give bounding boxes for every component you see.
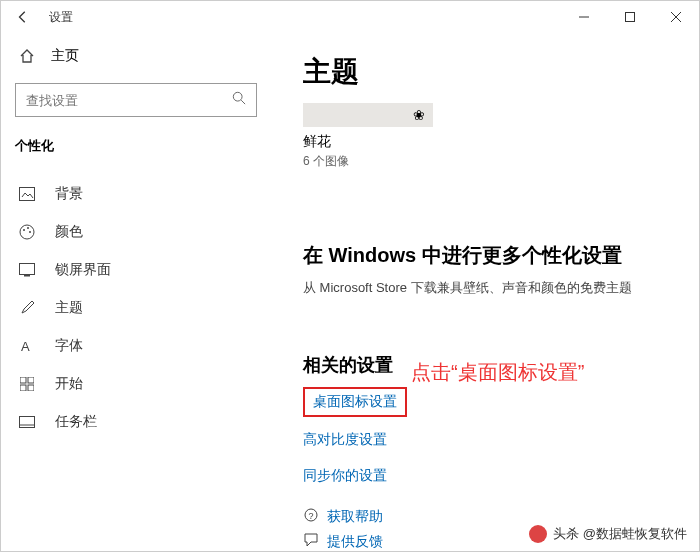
start-icon [17,377,37,391]
svg-rect-15 [28,377,34,383]
svg-rect-6 [20,188,35,201]
svg-rect-16 [20,385,26,391]
close-icon [671,12,681,22]
store-subtext: 从 Microsoft Store 下载兼具壁纸、声音和颜色的免费主题 [303,279,689,297]
svg-text:A: A [21,339,30,354]
svg-line-5 [241,100,245,104]
back-button[interactable] [7,1,39,33]
sidebar-item-themes[interactable]: 主题 [15,289,257,327]
svg-point-8 [23,229,25,231]
sidebar: 主页 个性化 背景 颜色 锁屏界面 主题 A 字体 开始 [1,33,271,551]
get-help-link[interactable]: ? 获取帮助 [303,507,689,526]
watermark-icon [529,525,547,543]
taskbar-icon [17,416,37,428]
title-bar: 设置 [1,1,699,33]
search-field[interactable] [26,93,232,108]
help-icon: ? [303,507,327,526]
sidebar-item-lockscreen[interactable]: 锁屏界面 [15,251,257,289]
svg-point-7 [20,225,34,239]
sync-settings-link[interactable]: 同步你的设置 [303,463,689,489]
svg-rect-18 [20,417,35,428]
home-nav[interactable]: 主页 [15,41,257,71]
store-heading: 在 Windows 中进行更多个性化设置 [303,242,689,269]
home-icon [17,48,37,64]
svg-point-4 [233,92,242,101]
flower-icon: ❀ [413,107,425,123]
high-contrast-link[interactable]: 高对比度设置 [303,427,689,453]
watermark: 头杀 @数据蛙恢复软件 [529,525,687,543]
palette-icon [17,224,37,240]
theme-image-count: 6 个图像 [303,153,689,170]
svg-point-9 [27,227,29,229]
svg-rect-12 [24,275,30,277]
app-title: 设置 [49,9,73,26]
feedback-icon [303,532,327,551]
sidebar-item-label: 主题 [55,299,83,317]
sidebar-item-background[interactable]: 背景 [15,175,257,213]
minimize-icon [579,12,589,22]
sidebar-item-label: 任务栏 [55,413,97,431]
sidebar-item-taskbar[interactable]: 任务栏 [15,403,257,441]
sidebar-item-label: 背景 [55,185,83,203]
home-label: 主页 [51,47,79,65]
svg-rect-14 [20,377,26,383]
maximize-icon [625,12,635,22]
theme-preview[interactable]: ❀ [303,103,433,127]
section-title: 个性化 [15,137,257,155]
svg-text:?: ? [309,511,314,521]
desktop-icon-settings-link[interactable]: 桌面图标设置 [303,387,407,417]
sidebar-item-label: 颜色 [55,223,83,241]
close-button[interactable] [653,1,699,33]
sidebar-item-label: 锁屏界面 [55,261,111,279]
sidebar-item-fonts[interactable]: A 字体 [15,327,257,365]
search-icon [232,91,246,109]
instruction-annotation: 点击“桌面图标设置” [411,359,584,386]
minimize-button[interactable] [561,1,607,33]
brush-icon [17,300,37,316]
sidebar-item-label: 开始 [55,375,83,393]
feedback-label: 提供反馈 [327,533,383,551]
arrow-left-icon [16,10,30,24]
help-label: 获取帮助 [327,508,383,526]
watermark-text: 头杀 @数据蛙恢复软件 [553,525,687,543]
svg-rect-17 [28,385,34,391]
lock-screen-icon [17,263,37,277]
image-icon [17,187,37,201]
search-input[interactable] [15,83,257,117]
sidebar-item-start[interactable]: 开始 [15,365,257,403]
svg-point-10 [29,231,31,233]
maximize-button[interactable] [607,1,653,33]
page-title: 主题 [303,53,689,91]
svg-rect-11 [20,264,35,275]
main-content: 主题 ❀ 鲜花 6 个图像 在 Windows 中进行更多个性化设置 从 Mic… [271,33,699,551]
svg-rect-1 [626,13,635,22]
theme-name: 鲜花 [303,133,689,151]
font-icon: A [17,338,37,354]
sidebar-item-label: 字体 [55,337,83,355]
sidebar-item-colors[interactable]: 颜色 [15,213,257,251]
